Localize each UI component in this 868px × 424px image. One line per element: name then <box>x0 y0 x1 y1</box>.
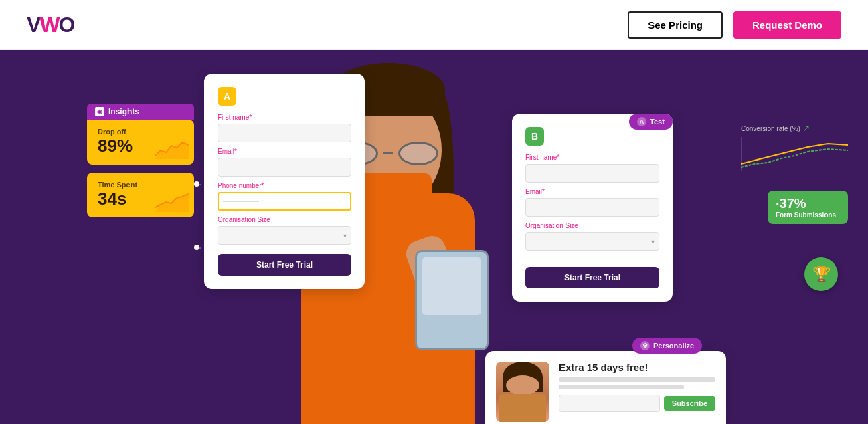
person-thumbnail <box>496 362 549 422</box>
conversion-chart: Conversion rate (%) ↗ <box>741 124 848 173</box>
time-chart <box>155 189 189 212</box>
personalize-content: Extra 15 days free! Subscribe <box>559 362 715 412</box>
form-a-org-select[interactable]: ▾ <box>218 226 351 245</box>
text-line-2 <box>559 385 684 389</box>
tablet <box>415 250 489 350</box>
select-arrow-icon: ▾ <box>343 232 347 239</box>
form-a-email-input[interactable] <box>218 158 351 177</box>
form-b-email-label: Email* <box>525 188 659 195</box>
form-b-org-select[interactable]: ▾ <box>525 232 659 251</box>
time-spent-label: Time Spent <box>98 181 183 189</box>
form-a-card: A First name* Email* Phone number* —————… <box>204 74 365 289</box>
personalize-icon: ⚙ <box>640 341 650 350</box>
form-a-email-label: Email* <box>218 148 351 155</box>
personalize-input-row: Subscribe <box>559 395 715 412</box>
subscribe-button[interactable]: Subscribe <box>664 396 715 411</box>
form-b-firstname-label: First name* <box>525 154 659 161</box>
request-demo-button[interactable]: Request Demo <box>733 11 841 39</box>
text-line-1 <box>559 377 715 382</box>
personalize-email-input[interactable] <box>559 395 660 412</box>
form-b-org-label: Organisation Size <box>525 222 659 229</box>
form-b-card: B First name* Email* Organisation Size ▾… <box>512 114 673 302</box>
svg-marker-1 <box>155 194 189 212</box>
test-icon: A <box>637 117 646 126</box>
select-b-arrow-icon: ▾ <box>651 238 655 245</box>
insights-header: ◉ Insights <box>87 104 194 120</box>
see-pricing-button[interactable]: See Pricing <box>628 11 723 39</box>
form-a-phone-label: Phone number* <box>218 182 351 189</box>
conversion-line-chart <box>741 137 848 171</box>
insights-icon: ◉ <box>95 107 104 116</box>
form-b-email-input[interactable] <box>525 198 659 217</box>
drop-off-chart <box>155 136 189 159</box>
header: VWO See Pricing Request Demo <box>0 0 868 50</box>
personalize-badge: ⚙ Personalize <box>632 338 702 354</box>
main-area: ◉ Insights Drop off 89% Time Spent 34s A <box>0 50 868 424</box>
variant-b-badge: B <box>525 127 544 146</box>
form-b-cta-button[interactable]: Start Free Trial <box>525 267 659 288</box>
trophy-badge: 🏆 <box>804 257 838 291</box>
test-label: Test <box>650 118 665 126</box>
dot-2 <box>194 245 199 250</box>
drop-off-label: Drop off <box>98 128 183 136</box>
header-actions: See Pricing Request Demo <box>628 11 841 39</box>
test-badge: A Test <box>629 114 673 130</box>
insights-card: ◉ Insights Drop off 89% Time Spent 34s <box>87 104 194 217</box>
personalize-text-lines <box>559 377 715 389</box>
trend-up-icon: ↗ <box>803 124 810 133</box>
thumb-face <box>506 375 539 395</box>
dot-1 <box>194 181 199 187</box>
time-spent-card: Time Spent 34s <box>87 173 194 217</box>
conversion-label: Conversion rate (%) ↗ <box>741 124 848 133</box>
form-a-firstname-label: First name* <box>218 114 351 121</box>
vwo-logo: VWO <box>27 13 74 37</box>
form-a-org-label: Organisation Size <box>218 216 351 223</box>
form-a-cta-button[interactable]: Start Free Trial <box>218 254 351 276</box>
personalize-label: Personalize <box>653 342 694 350</box>
drop-off-card: Drop off 89% <box>87 120 194 165</box>
form-a-firstname-input[interactable] <box>218 124 351 142</box>
insights-label: Insights <box>108 107 139 116</box>
variant-a-badge: A <box>218 87 236 106</box>
form-b-firstname-input[interactable] <box>525 164 659 183</box>
badge-percent: ·37% <box>776 196 840 211</box>
personalize-card: Extra 15 days free! Subscribe <box>485 351 726 424</box>
badge-label: Form Submissions <box>776 211 840 219</box>
form-a-phone-input[interactable]: —————— <box>218 192 351 211</box>
personalize-title: Extra 15 days free! <box>559 362 715 373</box>
thumb-body <box>499 394 546 422</box>
form-submissions-badge: ·37% Form Submissions <box>768 191 848 224</box>
